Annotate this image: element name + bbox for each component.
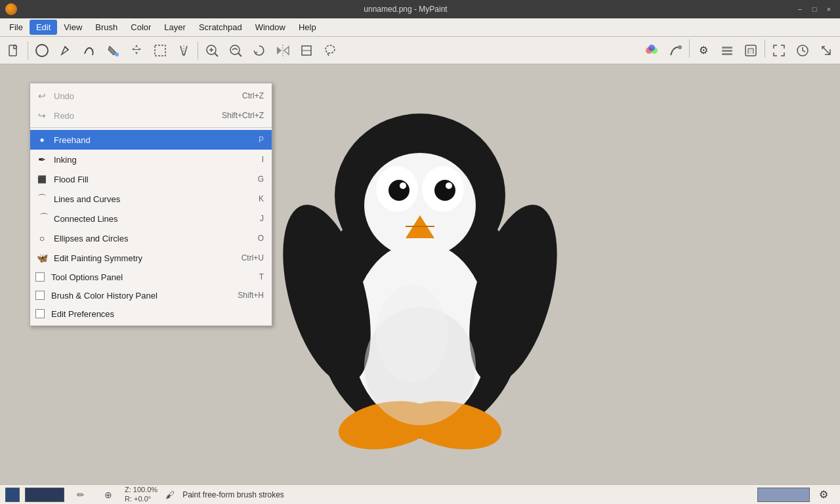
symmetry-icon <box>177 43 191 58</box>
pen-icon <box>58 43 73 58</box>
menu-redo[interactable]: ↪ Redo Shift+Ctrl+Z <box>30 106 272 125</box>
menu-flood-fill[interactable]: ⬛ Flood Fill G <box>30 169 272 189</box>
brush-history-button[interactable] <box>664 39 686 62</box>
menu-separator-1 <box>30 127 272 128</box>
menu-freehand[interactable]: ● Freehand P <box>30 130 272 150</box>
menu-edit-preferences[interactable]: Edit Preferences <box>30 304 272 323</box>
menubar: File Edit View Brush Color Layer Scratch… <box>0 18 840 37</box>
menu-brush-color-history[interactable]: Brush & Color History Panel Shift+H <box>30 286 272 304</box>
lines-curves-label: Lines and Curves <box>54 194 245 204</box>
freehand-label: Freehand <box>54 135 245 145</box>
status-color-swatch[interactable] <box>5 488 20 502</box>
status-message: Paint free-form brush strokes <box>182 490 284 499</box>
zoom-in-icon <box>228 43 243 58</box>
brush-color-history-shortcut: Shift+H <box>238 291 264 300</box>
edit-preferences-checkbox <box>35 309 45 318</box>
menu-edit-painting-symmetry[interactable]: 🦋 Edit Painting Symmetry Ctrl+U <box>30 248 272 268</box>
edit-dropdown-menu: ↩ Undo Ctrl+Z ↪ Redo Shift+Ctrl+Z ● Free… <box>30 83 272 326</box>
menu-color[interactable]: Color <box>124 20 158 35</box>
edit-brush-button[interactable]: ✏ <box>70 484 92 505</box>
freehand-menu-icon: ● <box>35 133 49 146</box>
redo-icon: ↪ <box>35 109 49 122</box>
brush-color-history-checkbox <box>35 291 45 300</box>
layers-button[interactable] <box>716 39 738 62</box>
scratchpad-button[interactable] <box>740 39 762 62</box>
color-blobs-button[interactable] <box>640 39 663 62</box>
svg-rect-0 <box>9 45 16 56</box>
ellipses-circles-label: Ellipses and Circles <box>54 234 245 243</box>
connected-lines-label: Connected Lines <box>54 214 247 224</box>
thumbnail-preview <box>757 488 810 502</box>
clock-icon <box>796 44 809 57</box>
close-button[interactable]: × <box>823 3 835 15</box>
clock-button[interactable] <box>791 39 814 62</box>
symmetry-button[interactable] <box>173 39 195 62</box>
color-blobs-icon <box>644 43 660 58</box>
undo-icon: ↩ <box>35 89 49 102</box>
svg-point-49 <box>376 284 448 383</box>
lines-curves-shortcut: K <box>259 194 264 203</box>
fill-tool-button[interactable] <box>102 39 124 62</box>
layers-icon <box>720 43 734 58</box>
toolbar-sep-1 <box>28 41 28 60</box>
menu-scratchpad[interactable]: Scratchpad <box>192 20 249 35</box>
flip-h-icon <box>276 43 290 58</box>
maximize-button[interactable]: □ <box>808 3 820 15</box>
add-to-brushes-button[interactable]: ⊕ <box>97 484 119 505</box>
status-settings-button[interactable]: ⚙ <box>812 484 835 505</box>
tool-options-panel-label: Tool Options Panel <box>51 272 246 282</box>
brush-preview[interactable] <box>25 488 64 502</box>
move-tool-button[interactable] <box>125 39 148 62</box>
svg-line-31 <box>822 47 830 54</box>
menu-brush[interactable]: Brush <box>89 20 124 35</box>
svg-marker-15 <box>284 47 289 54</box>
titlebar-left <box>5 3 17 15</box>
minimize-button[interactable]: − <box>794 3 806 15</box>
menu-connected-lines[interactable]: ⌒ Connected Lines J <box>30 209 272 228</box>
svg-rect-24 <box>722 47 732 49</box>
tool-options-checkbox <box>35 272 45 282</box>
status-zoom-info: Z: 100.0% R: +0.0° <box>125 486 158 503</box>
svg-point-40 <box>400 182 406 189</box>
brush-history-icon <box>668 43 682 58</box>
zoom-fit-button[interactable] <box>201 39 223 62</box>
zoom-in-button[interactable] <box>224 39 247 62</box>
menu-help[interactable]: Help <box>292 20 323 35</box>
svg-marker-14 <box>277 47 282 54</box>
ellipse-tool-button[interactable] <box>31 39 53 62</box>
rect-select-icon <box>153 43 167 58</box>
menu-window[interactable]: Window <box>249 20 292 35</box>
new-file-button[interactable] <box>3 39 25 62</box>
svg-point-22 <box>648 45 655 51</box>
lasso-button[interactable] <box>319 39 341 62</box>
rotate-button[interactable] <box>248 39 270 62</box>
freehand-tool-button[interactable] <box>78 39 100 62</box>
menu-lines-curves[interactable]: ⌒ Lines and Curves K <box>30 189 272 209</box>
freehand-icon <box>82 43 96 58</box>
menu-inking[interactable]: ✒ Inking I <box>30 150 272 169</box>
svg-rect-25 <box>722 50 732 52</box>
menu-ellipses-circles[interactable]: ○ Ellipses and Circles O <box>30 228 272 248</box>
menu-file[interactable]: File <box>3 20 30 35</box>
titlebar-title: unnamed.png - MyPaint <box>17 5 794 14</box>
menu-undo[interactable]: ↩ Undo Ctrl+Z <box>30 86 272 106</box>
expand-button[interactable] <box>815 39 837 62</box>
pen-tool-button[interactable] <box>54 39 77 62</box>
settings-button[interactable]: ⚙ <box>692 39 715 62</box>
app-icon <box>5 3 17 15</box>
flood-fill-label: Flood Fill <box>54 175 245 184</box>
flip-h-button[interactable] <box>272 39 294 62</box>
flood-fill-icon: ⬛ <box>35 173 49 186</box>
fullscreen-button[interactable] <box>768 39 790 62</box>
menu-view[interactable]: View <box>57 20 89 35</box>
rect-select-button[interactable] <box>149 39 171 62</box>
svg-rect-26 <box>722 53 732 55</box>
canvas-image <box>249 91 591 458</box>
svg-point-35 <box>364 153 476 258</box>
menu-layer[interactable]: Layer <box>158 20 192 35</box>
crop-button[interactable] <box>295 39 318 62</box>
svg-point-2 <box>36 45 48 56</box>
menu-tool-options-panel[interactable]: Tool Options Panel T <box>30 268 272 286</box>
menu-edit[interactable]: Edit <box>30 20 57 35</box>
undo-label: Undo <box>54 91 229 101</box>
